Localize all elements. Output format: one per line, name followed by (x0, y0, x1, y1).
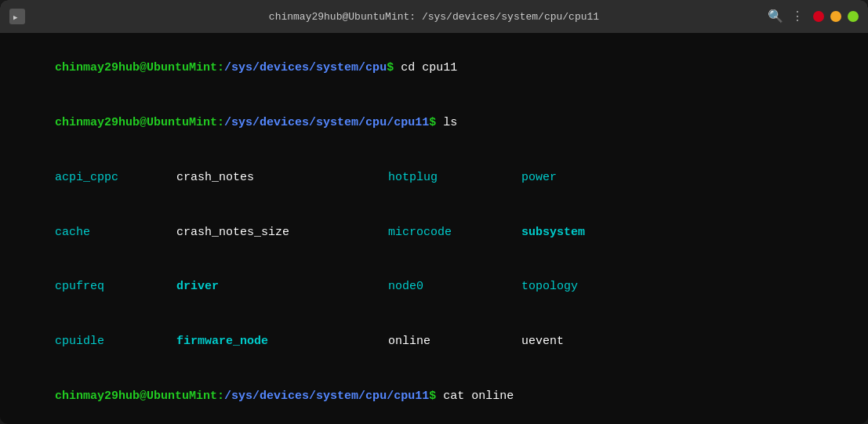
window-buttons (813, 11, 859, 22)
ls-item-firmware-node: firmware_node (176, 332, 388, 350)
ls-item-cpuidle: cpuidle (55, 332, 176, 350)
titlebar-controls: 🔍 ⋮ (768, 9, 859, 24)
terminal-body[interactable]: chinmay29hub@UbuntuMint:/sys/devices/sys… (0, 33, 868, 424)
maximize-button[interactable] (848, 11, 859, 22)
ls-item-online: online (388, 332, 521, 350)
terminal-line-2: chinmay29hub@UbuntuMint:/sys/devices/sys… (13, 96, 855, 150)
ls-row-4: cpuidlefirmware_nodeonlineuevent (13, 314, 855, 369)
ls-row-3: cpufreqdrivernode0topology (13, 259, 855, 314)
ls-item-node0: node0 (388, 277, 521, 295)
ls-item-crash-notes-size: crash_notes_size (176, 223, 388, 241)
search-icon[interactable]: 🔍 (768, 9, 783, 24)
prompt-user: chinmay29hub (55, 61, 140, 74)
titlebar-left: ▶ (9, 9, 25, 24)
window-title: chinmay29hub@UbuntuMint: /sys/devices/sy… (269, 11, 599, 23)
command-text: cd cpu11 (394, 61, 457, 74)
terminal-icon: ▶ (9, 9, 25, 24)
ls-item-uevent: uevent (521, 335, 564, 348)
ls-item-hotplug: hotplug (388, 169, 521, 187)
titlebar: ▶ chinmay29hub@UbuntuMint: /sys/devices/… (0, 0, 868, 33)
ls-item-acpi-cppc: acpi_cppc (55, 169, 176, 187)
ls-item-microcode: microcode (388, 223, 521, 241)
terminal-line-1: chinmay29hub@UbuntuMint:/sys/devices/sys… (13, 41, 855, 96)
command-cat: cat online (436, 390, 514, 403)
terminal-window: ▶ chinmay29hub@UbuntuMint: /sys/devices/… (0, 0, 868, 424)
close-button[interactable] (813, 11, 824, 22)
prompt-user-3: chinmay29hub (55, 390, 140, 403)
ls-row-1: acpi_cppccrash_noteshotplugpower (13, 150, 855, 205)
ls-item-topology: topology (521, 280, 578, 293)
svg-text:▶: ▶ (13, 13, 18, 21)
ls-item-driver: driver (176, 277, 388, 295)
terminal-line-3: chinmay29hub@UbuntuMint:/sys/devices/sys… (13, 369, 855, 424)
command-ls: ls (436, 116, 457, 129)
ls-item-crash-notes: crash_notes (176, 169, 388, 187)
prompt-user-2: chinmay29hub (55, 116, 140, 129)
menu-icon[interactable]: ⋮ (791, 9, 805, 24)
ls-item-cpufreq: cpufreq (55, 277, 176, 295)
ls-row-2: cachecrash_notes_sizemicrocodesubsystem (13, 205, 855, 259)
ls-item-power: power (521, 171, 557, 184)
ls-item-subsystem: subsystem (521, 226, 585, 239)
minimize-button[interactable] (830, 11, 841, 22)
ls-item-cache: cache (55, 223, 176, 241)
